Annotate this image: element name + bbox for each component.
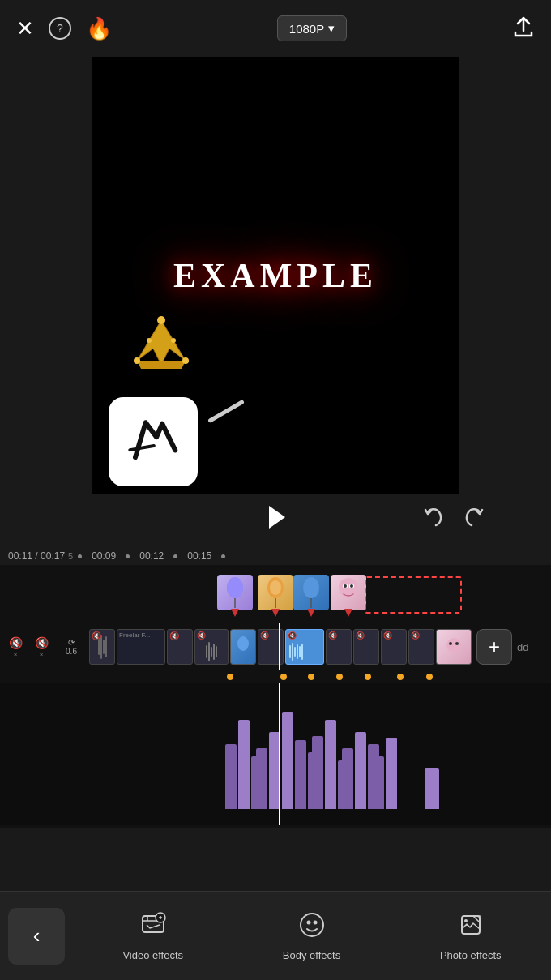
help-icon: ? bbox=[49, 17, 71, 40]
timeline-container: 🔇 × 🔇 × ⟳ 0.6 🔇 bbox=[0, 565, 551, 828]
beat-bars-container bbox=[0, 683, 551, 825]
app-logo bbox=[109, 397, 198, 486]
resolution-button[interactable]: 1080P ▾ bbox=[277, 15, 347, 41]
bottom-nav: ‹ Video effects bbox=[0, 891, 551, 980]
selection-box bbox=[365, 576, 462, 614]
timestamp-3: 00:15 bbox=[187, 550, 211, 562]
timeline-timestamps: 00:11 / 00:17 5 00:09 00:12 00:15 bbox=[0, 547, 551, 565]
overflow-text: dd bbox=[517, 641, 528, 653]
beat-bar-group-2 bbox=[256, 732, 280, 809]
play-button[interactable] bbox=[261, 503, 290, 539]
svg-point-30 bbox=[306, 920, 310, 924]
nav-back-button[interactable]: ‹ bbox=[8, 908, 65, 965]
beat-bar-single bbox=[425, 768, 439, 809]
track-segment-3[interactable]: 🔇 bbox=[194, 629, 229, 665]
close-icon: ✕ bbox=[16, 16, 34, 41]
help-button[interactable]: ? bbox=[49, 17, 71, 40]
track-segment-6[interactable]: 🔇 bbox=[353, 629, 379, 665]
controls-bar bbox=[0, 494, 551, 547]
video-effects-label: Video effects bbox=[122, 949, 183, 961]
ts-dot-1 bbox=[78, 554, 82, 558]
pin-marker-3 bbox=[307, 609, 315, 617]
header: ✕ ? 🔥 1080P ▾ bbox=[0, 0, 551, 57]
flame-button[interactable]: 🔥 bbox=[86, 16, 112, 41]
audio-tracks-row: 🔇 × 🔇 × ⟳ 0.6 🔇 bbox=[0, 623, 551, 670]
svg-rect-32 bbox=[462, 916, 480, 934]
svg-point-25 bbox=[449, 642, 452, 645]
ts-dot-4 bbox=[221, 554, 225, 558]
add-track-button[interactable]: + bbox=[476, 629, 512, 665]
beat-dot-6 bbox=[397, 674, 404, 680]
nav-items: Video effects Body effects bbox=[73, 905, 551, 968]
preview-title-text: EXAMPLE bbox=[173, 256, 378, 295]
upload-button[interactable] bbox=[512, 15, 535, 42]
thumbnail-3[interactable] bbox=[293, 575, 329, 617]
close-button[interactable]: ✕ bbox=[16, 16, 34, 41]
header-left: ✕ ? 🔥 bbox=[16, 16, 112, 41]
svg-line-7 bbox=[130, 446, 154, 450]
body-effects-label: Body effects bbox=[283, 949, 340, 961]
track-photo-1[interactable] bbox=[230, 629, 256, 665]
track-segment-label-1[interactable]: Freelar F... bbox=[117, 629, 165, 665]
video-preview: EXAMPLE bbox=[92, 57, 459, 494]
svg-point-29 bbox=[301, 914, 323, 936]
crown-icon bbox=[125, 316, 198, 373]
svg-point-4 bbox=[182, 357, 189, 364]
track-control-3[interactable]: ⟳ 0.6 bbox=[55, 627, 88, 666]
body-effects-icon bbox=[298, 911, 326, 944]
track-control-1[interactable]: 🔇 × bbox=[3, 627, 28, 666]
beat-dot-3 bbox=[308, 674, 314, 680]
thumbnail-4[interactable] bbox=[331, 575, 366, 617]
svg-point-33 bbox=[464, 919, 468, 922]
watermark bbox=[92, 316, 254, 494]
video-effects-icon bbox=[139, 911, 167, 944]
track-segment-8[interactable]: 🔇 bbox=[408, 629, 434, 665]
track-segment-selected[interactable]: 🔇 bbox=[285, 629, 324, 665]
svg-point-26 bbox=[455, 642, 459, 645]
svg-point-13 bbox=[270, 580, 281, 595]
track-segment-7[interactable]: 🔇 bbox=[381, 629, 407, 665]
nav-item-video-effects[interactable]: Video effects bbox=[109, 905, 196, 968]
svg-point-18 bbox=[339, 578, 358, 597]
beat-bar-group-6 bbox=[373, 738, 397, 809]
svg-marker-8 bbox=[269, 506, 285, 529]
track-segment-1[interactable]: 🔇 bbox=[89, 629, 115, 665]
beat-dot-5 bbox=[365, 674, 371, 680]
svg-point-22 bbox=[350, 584, 353, 588]
svg-point-21 bbox=[344, 584, 347, 588]
pin-marker-2 bbox=[271, 609, 280, 617]
thumbnail-2[interactable] bbox=[258, 575, 293, 617]
track-control-2[interactable]: 🔇 × bbox=[29, 627, 53, 666]
svg-point-16 bbox=[303, 577, 319, 598]
beat-dot-2 bbox=[280, 674, 287, 680]
track-segment-2[interactable]: 🔇 bbox=[167, 629, 193, 665]
upload-icon bbox=[512, 19, 535, 41]
track-photo-2[interactable] bbox=[436, 629, 472, 665]
svg-point-6 bbox=[171, 338, 176, 343]
pin-marker-1 bbox=[231, 609, 239, 617]
beat-dot-4 bbox=[336, 674, 343, 680]
svg-point-2 bbox=[157, 316, 165, 324]
undo-button[interactable] bbox=[421, 506, 446, 536]
timestamp-current: 00:11 / 00:17 bbox=[8, 550, 65, 562]
nav-item-photo-effects[interactable]: Photo effects bbox=[427, 905, 515, 968]
thumbnail-1[interactable] bbox=[217, 575, 253, 617]
redo-button[interactable] bbox=[462, 506, 486, 536]
beat-dots-row bbox=[0, 670, 551, 683]
playhead-beat bbox=[279, 683, 280, 825]
timestamp-2: 00:12 bbox=[139, 550, 164, 562]
photo-effects-label: Photo effects bbox=[440, 949, 502, 961]
beat-dot-1 bbox=[227, 674, 233, 680]
nav-item-body-effects[interactable]: Body effects bbox=[270, 905, 353, 968]
svg-point-24 bbox=[446, 638, 461, 653]
pin-marker-4 bbox=[344, 609, 352, 617]
svg-marker-1 bbox=[137, 361, 186, 369]
ts-number: 5 bbox=[68, 551, 73, 561]
timestamp-1: 00:09 bbox=[92, 550, 116, 562]
back-icon: ‹ bbox=[33, 923, 41, 948]
ts-dot-2 bbox=[126, 554, 130, 558]
resolution-arrow: ▾ bbox=[328, 21, 335, 36]
beat-dot-7 bbox=[426, 674, 433, 680]
svg-point-23 bbox=[237, 636, 249, 651]
track-segment-5[interactable]: 🔇 bbox=[326, 629, 352, 665]
